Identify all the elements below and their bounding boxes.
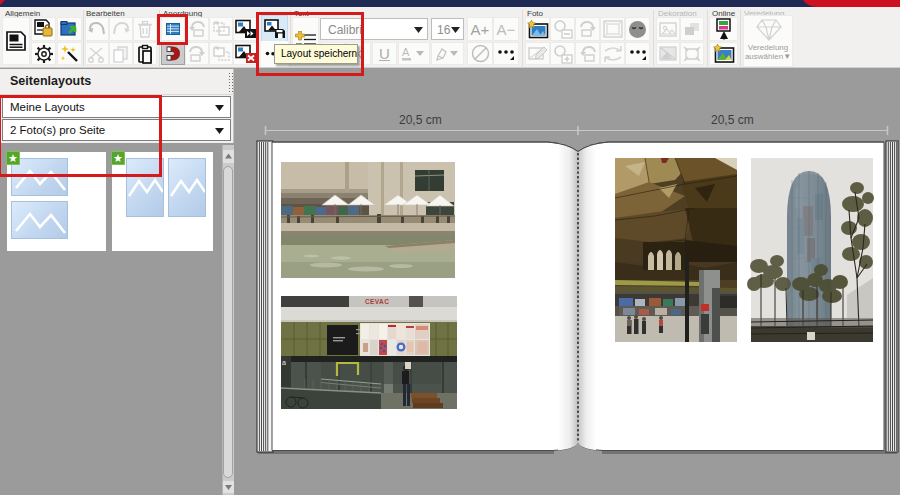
svg-text:A: A bbox=[402, 46, 410, 58]
svg-text:a: a bbox=[282, 359, 286, 366]
svg-text:CEVAC: CEVAC bbox=[365, 298, 389, 305]
